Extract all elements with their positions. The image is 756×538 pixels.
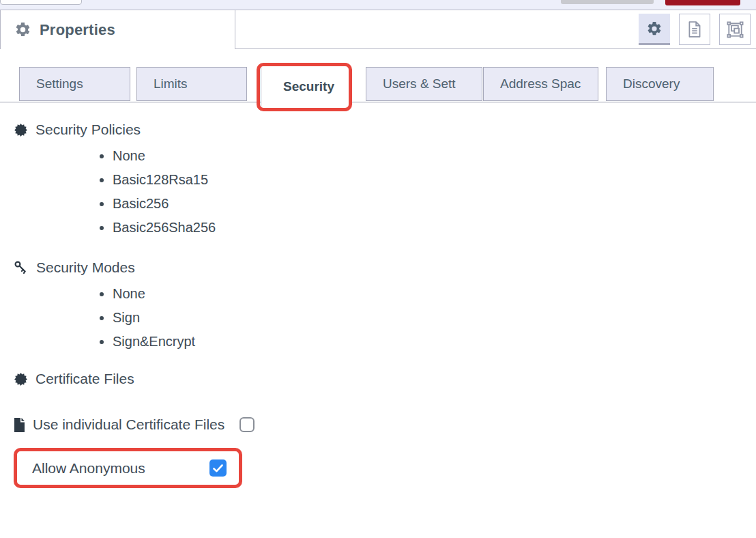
tab-users-settings[interactable]: Users & Sett bbox=[366, 67, 482, 101]
properties-tool-button[interactable] bbox=[639, 14, 670, 45]
top-strip bbox=[0, 0, 756, 10]
tab-label: Security bbox=[283, 79, 334, 94]
tab-bar: Settings Limits Security Users & Sett Ad… bbox=[0, 66, 756, 107]
key-icon bbox=[14, 260, 29, 275]
tab-settings[interactable]: Settings bbox=[19, 67, 130, 101]
checkbox-label: Use individual Certificate Files bbox=[33, 416, 224, 433]
tab-address-space[interactable]: Address Spac bbox=[483, 67, 598, 101]
security-policies-list: None Basic128Rsa15 Basic256 Basic256Sha2… bbox=[14, 147, 756, 236]
partial-button-top-left[interactable] bbox=[0, 0, 82, 5]
list-item: Basic256 bbox=[113, 195, 756, 212]
tab-row-divider bbox=[0, 102, 756, 102]
header-toolbar bbox=[235, 10, 756, 49]
section-certificate-files: Certificate Files bbox=[14, 371, 756, 387]
section-title: Certificate Files bbox=[35, 371, 134, 387]
section-security-policies: Security Policies bbox=[14, 122, 756, 138]
security-tab-content: Security Policies None Basic128Rsa15 Bas… bbox=[0, 122, 756, 488]
tab-limits[interactable]: Limits bbox=[136, 67, 247, 101]
gear-icon bbox=[14, 21, 31, 38]
tab-discovery[interactable]: Discovery bbox=[606, 67, 714, 101]
panel-title: Properties bbox=[40, 21, 115, 39]
checkbox-label: Allow Anonymous bbox=[32, 460, 209, 477]
use-individual-certificate-files-checkbox[interactable] bbox=[239, 417, 255, 432]
security-modes-list: None Sign Sign&Encrypt bbox=[14, 285, 756, 350]
properties-panel: Properties bbox=[0, 0, 756, 538]
file-icon bbox=[14, 418, 25, 432]
list-item: Sign bbox=[113, 309, 756, 326]
gear-icon bbox=[646, 20, 663, 37]
tab-label: Address Spac bbox=[500, 76, 581, 91]
tab-label: Settings bbox=[36, 76, 83, 91]
tab-security[interactable]: Security bbox=[261, 66, 350, 107]
seal-icon bbox=[14, 372, 28, 386]
partial-button-red[interactable] bbox=[665, 0, 740, 5]
list-item: Basic128Rsa15 bbox=[113, 171, 756, 188]
use-individual-certificate-files-row: Use individual Certificate Files bbox=[14, 414, 756, 435]
allow-anonymous-checkbox[interactable] bbox=[209, 459, 227, 477]
panel-header: Properties bbox=[0, 10, 756, 49]
list-item: None bbox=[113, 285, 756, 302]
section-title: Security Modes bbox=[36, 259, 135, 276]
check-icon bbox=[213, 464, 223, 472]
tab-label: Users & Sett bbox=[383, 76, 456, 91]
partial-button-gray[interactable] bbox=[561, 0, 654, 4]
section-security-modes: Security Modes bbox=[14, 259, 756, 276]
seal-icon bbox=[14, 123, 28, 137]
list-item: Basic256Sha256 bbox=[113, 218, 756, 236]
section-title: Security Policies bbox=[35, 122, 141, 138]
properties-header-tab: Properties bbox=[0, 10, 235, 49]
tab-label: Discovery bbox=[623, 76, 680, 91]
tab-label: Limits bbox=[154, 76, 188, 91]
list-item: None bbox=[113, 147, 756, 165]
allow-anonymous-row: Allow Anonymous bbox=[14, 448, 242, 488]
document-icon bbox=[686, 20, 703, 38]
list-item: Sign&Encrypt bbox=[113, 332, 756, 350]
document-tool-button[interactable] bbox=[679, 14, 710, 45]
frame-select-icon bbox=[726, 20, 744, 39]
frame-select-tool-button[interactable] bbox=[719, 14, 751, 45]
